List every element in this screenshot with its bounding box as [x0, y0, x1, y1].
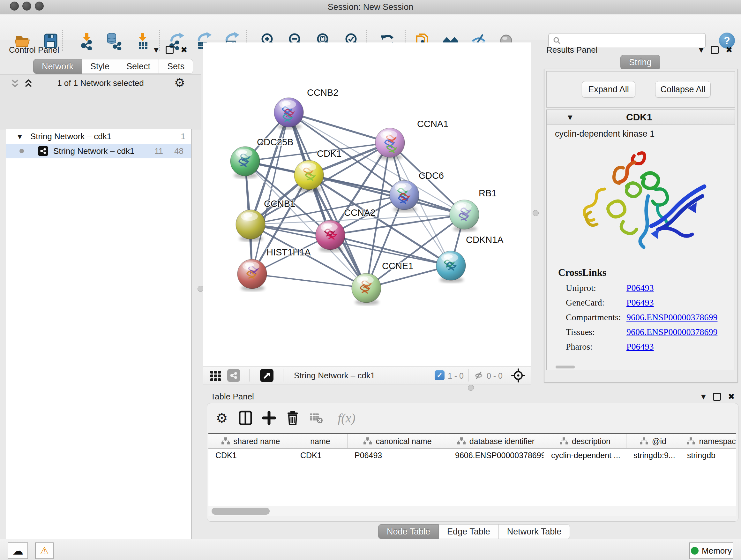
- cell-database-identifier: 9606.ENSP00000378699: [448, 451, 544, 460]
- main-toolbar: ?: [0, 14, 741, 40]
- titlebar[interactable]: Session: New Session: [0, 0, 741, 14]
- collapse-entry-icon[interactable]: ▼: [568, 114, 572, 121]
- left-splitter-handle[interactable]: [198, 286, 204, 292]
- string-network-graph[interactable]: CCNB2CCNA1CDC25BCDK1CDC6RB1CCNB1CCNA2CDK…: [203, 43, 531, 366]
- tab-select[interactable]: Select: [118, 59, 159, 74]
- crosslink-label: Tissues:: [566, 325, 626, 339]
- panel-close-icon[interactable]: ✖: [726, 45, 733, 55]
- warning-icon: ⚠: [40, 545, 49, 557]
- grid-icon: [210, 369, 222, 381]
- panel-collapse-icon[interactable]: ▼: [701, 393, 706, 400]
- plus-icon: [262, 411, 276, 425]
- svg-text:HIST1H1A: HIST1H1A: [266, 247, 311, 257]
- column-type-icon: [221, 437, 230, 445]
- string-results-box: Expand All Collapse All ▼ CDK1 cyclin-de…: [544, 69, 738, 382]
- table-header: shared name name canonical name database…: [208, 434, 736, 449]
- results-panel-title: Results Panel: [546, 45, 597, 55]
- panel-float-icon[interactable]: [165, 46, 174, 54]
- bottom-splitter-handle[interactable]: [468, 385, 474, 391]
- table-container: ⚙ f(x) shared name name canonical name d…: [207, 403, 738, 522]
- network-options-gear-icon[interactable]: ⚙: [174, 76, 185, 90]
- panel-float-icon[interactable]: [711, 46, 719, 54]
- cell-id: stringdb:9...: [626, 451, 680, 460]
- column-header[interactable]: database identifier: [448, 434, 544, 448]
- column-header[interactable]: name: [293, 434, 347, 448]
- collapse-all-button[interactable]: Collapse All: [655, 81, 711, 98]
- selected-checkbox-icon[interactable]: ✓: [434, 370, 445, 380]
- control-panel: Control Panel ▼ ✖ Network Style Select S…: [0, 43, 201, 539]
- panel-collapse-icon[interactable]: ▼: [154, 46, 158, 53]
- expand-all-button[interactable]: Expand All: [582, 81, 635, 98]
- crosslink-row: Uniprot:P06493: [566, 281, 718, 295]
- share-view-button[interactable]: [227, 369, 240, 382]
- tab-edge-table[interactable]: Edge Table: [439, 524, 499, 539]
- network-view-title: String Network – cdk1: [294, 371, 375, 381]
- memory-button[interactable]: Memory: [689, 543, 733, 559]
- tab-style[interactable]: Style: [82, 59, 118, 74]
- detach-view-button[interactable]: [260, 369, 273, 382]
- memory-label: Memory: [702, 546, 732, 556]
- control-panel-title: Control Panel: [9, 45, 59, 55]
- scrollbar-thumb[interactable]: [212, 508, 270, 515]
- eye-slash-gray-icon: [473, 370, 484, 381]
- bird-eye-toggle-button[interactable]: [511, 368, 525, 384]
- svg-text:CCNB1: CCNB1: [264, 199, 295, 209]
- column-header[interactable]: canonical name: [347, 434, 448, 448]
- expand-collapse-box: Expand All Collapse All: [546, 71, 735, 108]
- right-splitter-handle[interactable]: [533, 210, 539, 216]
- crosslink-value-link[interactable]: 9606.ENSP00000378699: [626, 327, 718, 337]
- network-collection-row[interactable]: ▼ String Network – cdk1 1: [6, 129, 191, 144]
- crosslink-value-link[interactable]: P06493: [626, 283, 654, 293]
- cell-name: CDK1: [293, 451, 347, 460]
- crosslink-value-link[interactable]: P06493: [626, 298, 654, 307]
- panel-close-icon[interactable]: ✖: [181, 45, 188, 55]
- svg-text:RB1: RB1: [479, 188, 496, 198]
- crosslink-value-link[interactable]: 9606.ENSP00000378699: [626, 312, 718, 322]
- tree-expander-icon[interactable]: ▼: [17, 133, 22, 140]
- column-type-icon: [363, 437, 372, 445]
- tab-network[interactable]: Network: [33, 59, 82, 74]
- network-canvas[interactable]: CCNB2CCNA1CDC25BCDK1CDC6RB1CCNB1CCNA2CDK…: [203, 43, 531, 366]
- column-header[interactable]: description: [544, 434, 626, 448]
- tab-node-table[interactable]: Node Table: [378, 524, 439, 539]
- cloud-status-button[interactable]: ☁: [8, 543, 28, 559]
- external-arrow-icon: [263, 372, 271, 379]
- status-bar: ☁ ⚠ Memory: [0, 539, 741, 560]
- tab-network-table[interactable]: Network Table: [499, 524, 570, 539]
- crosslink-label: Pharos:: [566, 339, 626, 354]
- svg-text:CCNA1: CCNA1: [417, 119, 448, 129]
- panel-float-icon[interactable]: [713, 393, 721, 401]
- table-horizontal-scrollbar[interactable]: [208, 506, 736, 516]
- crosslink-row: GeneCard:P06493: [566, 295, 718, 310]
- svg-text:CDK1: CDK1: [317, 148, 341, 159]
- tab-sets[interactable]: Sets: [159, 59, 193, 74]
- column-header[interactable]: @id: [626, 434, 680, 448]
- cdk1-card-header[interactable]: ▼ CDK1: [547, 110, 735, 125]
- window-title: Session: New Session: [0, 0, 741, 14]
- cell-shared-name: CDK1: [208, 451, 293, 460]
- column-type-icon: [640, 437, 648, 445]
- crosslink-value-link[interactable]: P06493: [626, 341, 654, 352]
- grid-view-button[interactable]: [210, 369, 222, 383]
- panel-close-icon[interactable]: ✖: [728, 392, 735, 401]
- panel-collapse-icon[interactable]: ▼: [699, 46, 704, 53]
- column-header[interactable]: namespace: [680, 434, 736, 448]
- tab-string[interactable]: String: [620, 55, 660, 70]
- crosslinks-title: CrossLinks: [558, 267, 606, 278]
- table-row[interactable]: CDK1 CDK1 P06493 9606.ENSP00000378699 cy…: [208, 449, 736, 462]
- delete-column-button[interactable]: [284, 409, 301, 427]
- crosslink-label: Compartments:: [566, 310, 626, 325]
- card-scrollbar-thumb[interactable]: [556, 366, 575, 368]
- column-header[interactable]: shared name: [208, 434, 293, 448]
- show-columns-button[interactable]: [237, 409, 254, 427]
- delete-table-button[interactable]: [307, 409, 325, 427]
- svg-text:CCNE1: CCNE1: [382, 261, 413, 271]
- network-row-selected[interactable]: String Network – cdk1 11 48: [6, 144, 191, 159]
- memory-ok-dot-icon: [691, 547, 698, 555]
- crosslink-label: GeneCard:: [566, 295, 626, 310]
- table-options-gear-icon[interactable]: ⚙: [213, 409, 231, 427]
- function-builder-button[interactable]: f(x): [332, 409, 361, 427]
- warnings-button[interactable]: ⚠: [35, 543, 54, 559]
- create-column-button[interactable]: [260, 409, 278, 427]
- cell-description: cyclin-dependent ...: [544, 451, 626, 460]
